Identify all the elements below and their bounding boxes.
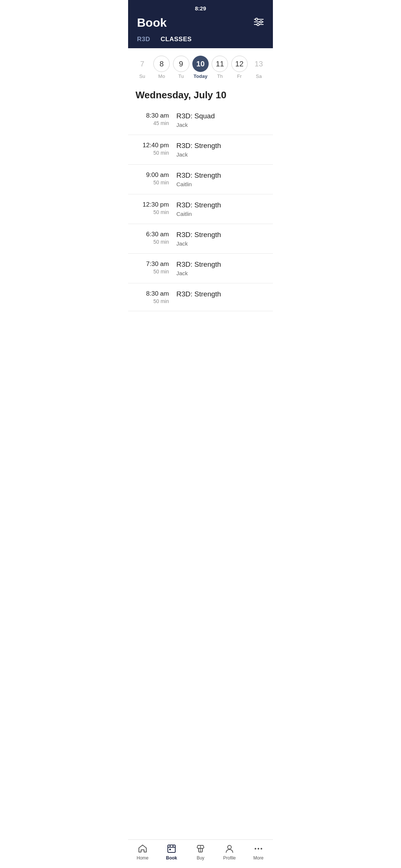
calendar-day-13[interactable]: 13 Sa <box>251 56 267 79</box>
class-instructor-6: Jack <box>176 270 265 276</box>
class-name-7: R3D: Strength <box>176 290 265 298</box>
class-time-1: 8:30 am 45 min <box>136 112 176 126</box>
class-time-7: 8:30 am 50 min <box>136 290 176 304</box>
class-duration-1: 45 min <box>136 120 169 126</box>
class-time-main-2: 12:40 pm <box>136 142 169 149</box>
class-instructor-3: Caitlin <box>176 181 265 187</box>
class-name-3: R3D: Strength <box>176 171 265 180</box>
svg-point-3 <box>255 18 258 20</box>
class-time-5: 6:30 am 50 min <box>136 231 176 245</box>
filter-icon[interactable] <box>254 18 264 28</box>
svg-point-4 <box>260 21 262 23</box>
class-time-3: 9:00 am 50 min <box>136 171 176 185</box>
class-info-4: R3D: Strength Caitlin <box>176 201 265 217</box>
day-label-su: Su <box>139 73 145 79</box>
class-item-3[interactable]: 9:00 am 50 min R3D: Strength Caitlin <box>128 165 273 194</box>
class-name-1: R3D: Squad <box>176 112 265 120</box>
tabs-row: R3D CLASSES <box>128 36 273 48</box>
class-name-5: R3D: Strength <box>176 231 265 239</box>
day-number-8: 8 <box>153 56 170 72</box>
svg-point-5 <box>257 23 259 26</box>
class-time-main-3: 9:00 am <box>136 171 169 179</box>
class-time-6: 7:30 am 50 min <box>136 260 176 274</box>
class-item-5[interactable]: 6:30 am 50 min R3D: Strength Jack <box>128 224 273 254</box>
class-time-2: 12:40 pm 50 min <box>136 142 176 156</box>
day-number-9: 9 <box>173 56 189 72</box>
calendar-day-7[interactable]: 7 Su <box>134 56 150 79</box>
class-duration-4: 50 min <box>136 209 169 215</box>
class-duration-6: 50 min <box>136 269 169 274</box>
tab-r3d[interactable]: R3D <box>137 36 150 48</box>
class-info-6: R3D: Strength Jack <box>176 260 265 276</box>
calendar-day-11[interactable]: 11 Th <box>212 56 228 79</box>
time-display: 8:29 <box>195 5 206 11</box>
class-list: 8:30 am 45 min R3D: Squad Jack 12:40 pm … <box>128 105 273 348</box>
calendar-section: 7 Su 8 Mo 9 Tu 10 Today 11 Th 12 Fr 13 <box>128 48 273 82</box>
day-label-th: Th <box>217 73 223 79</box>
class-time-4: 12:30 pm 50 min <box>136 201 176 215</box>
header: 8:29 Book R3D CLASSES <box>128 0 273 48</box>
class-info-2: R3D: Strength Jack <box>176 142 265 158</box>
day-label-mo: Mo <box>158 73 165 79</box>
class-info-1: R3D: Squad Jack <box>176 112 265 128</box>
calendar-day-8[interactable]: 8 Mo <box>153 56 170 79</box>
class-name-6: R3D: Strength <box>176 260 265 269</box>
class-duration-2: 50 min <box>136 150 169 156</box>
calendar-day-10[interactable]: 10 Today <box>192 56 209 79</box>
class-name-4: R3D: Strength <box>176 201 265 209</box>
class-time-main-6: 7:30 am <box>136 260 169 268</box>
day-label-sa: Sa <box>256 73 262 79</box>
class-duration-7: 50 min <box>136 298 169 304</box>
class-info-5: R3D: Strength Jack <box>176 231 265 247</box>
date-heading: Wednesday, July 10 <box>128 82 273 105</box>
day-number-7: 7 <box>134 56 150 72</box>
page-title: Book <box>137 16 167 30</box>
class-time-main-1: 8:30 am <box>136 112 169 119</box>
day-number-11: 11 <box>212 56 228 72</box>
class-instructor-5: Jack <box>176 240 265 247</box>
class-time-main-5: 6:30 am <box>136 231 169 238</box>
day-label-fr: Fr <box>237 73 242 79</box>
day-label-tu: Tu <box>178 73 184 79</box>
tab-classes[interactable]: CLASSES <box>161 36 192 48</box>
class-time-main-4: 12:30 pm <box>136 201 169 208</box>
class-item-1[interactable]: 8:30 am 45 min R3D: Squad Jack <box>128 105 273 135</box>
class-duration-3: 50 min <box>136 180 169 185</box>
class-instructor-2: Jack <box>176 151 265 158</box>
header-row: Book <box>128 11 273 36</box>
calendar-days: 7 Su 8 Mo 9 Tu 10 Today 11 Th 12 Fr 13 <box>133 56 268 79</box>
calendar-day-9[interactable]: 9 Tu <box>173 56 189 79</box>
calendar-day-12[interactable]: 12 Fr <box>231 56 248 79</box>
day-number-10: 10 <box>192 56 209 72</box>
status-bar: 8:29 <box>128 0 273 11</box>
class-info-3: R3D: Strength Caitlin <box>176 171 265 187</box>
class-item-2[interactable]: 12:40 pm 50 min R3D: Strength Jack <box>128 135 273 165</box>
class-instructor-1: Jack <box>176 122 265 128</box>
day-number-12: 12 <box>231 56 248 72</box>
day-label-today: Today <box>193 73 207 79</box>
class-info-7: R3D: Strength <box>176 290 265 298</box>
class-duration-5: 50 min <box>136 239 169 245</box>
day-number-13: 13 <box>251 56 267 72</box>
class-name-2: R3D: Strength <box>176 142 265 150</box>
class-item-7[interactable]: 8:30 am 50 min R3D: Strength <box>128 283 273 311</box>
class-item-6[interactable]: 7:30 am 50 min R3D: Strength Jack <box>128 254 273 283</box>
class-time-main-7: 8:30 am <box>136 290 169 297</box>
class-item-4[interactable]: 12:30 pm 50 min R3D: Strength Caitlin <box>128 194 273 224</box>
class-instructor-4: Caitlin <box>176 211 265 217</box>
